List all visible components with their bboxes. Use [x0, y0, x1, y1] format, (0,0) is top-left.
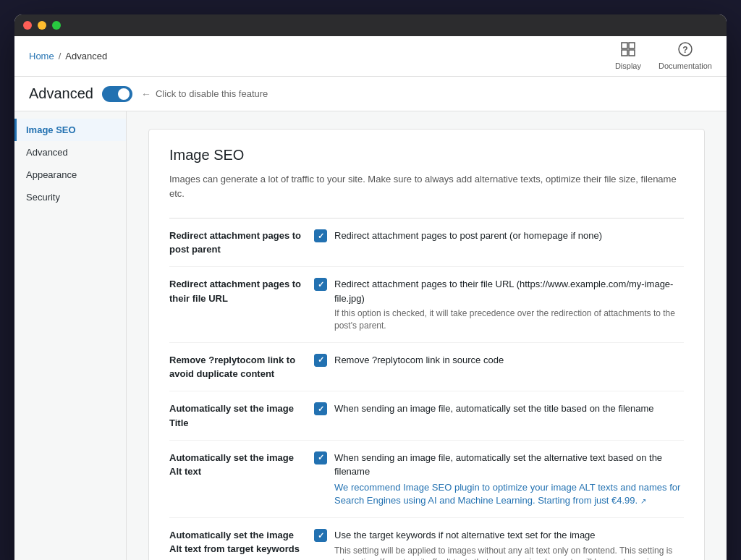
sidebar-item-security[interactable]: Security [14, 186, 126, 208]
app-window: Home / Advanced Display [14, 14, 727, 560]
setting-label: Automatically set the image Alt text [169, 452, 294, 477]
table-row: Redirect attachment pages to their file … [169, 267, 684, 343]
setting-main-text: When sending an image file, automaticall… [334, 403, 654, 414]
setting-row-content: When sending an image file, automaticall… [314, 402, 684, 416]
setting-row-content: Redirect attachment pages to post parent… [314, 229, 684, 243]
setting-sub-text: This setting will be applied to images w… [334, 545, 684, 560]
setting-main-text: When sending an image file, automaticall… [334, 452, 662, 478]
display-nav-item[interactable]: Display [615, 42, 641, 70]
settings-control-cell: When sending an image file, automaticall… [314, 391, 684, 440]
svg-rect-1 [629, 43, 635, 48]
checkbox-replytocom[interactable] [314, 354, 327, 367]
checkbox-redirect-file-url[interactable] [314, 278, 327, 291]
checkbox-auto-title[interactable] [314, 402, 327, 415]
page-header: Advanced ← Click to disable this feature [14, 77, 727, 111]
settings-label-cell: Automatically set the image Title [169, 391, 314, 440]
maximize-button[interactable] [52, 21, 61, 30]
sidebar-item-advanced[interactable]: Advanced [14, 141, 126, 164]
table-row: Automatically set the image Alt text fro… [169, 518, 684, 560]
external-link-icon: ↗ [640, 497, 646, 505]
top-nav-actions: Display ? Documentation [615, 42, 712, 70]
sidebar-item-image-seo[interactable]: Image SEO [14, 119, 126, 141]
svg-text:?: ? [682, 45, 687, 55]
setting-main-text: Use the target keywords if not alternati… [334, 530, 596, 540]
content-title: Image SEO [169, 147, 684, 164]
sidebar-item-appearance[interactable]: Appearance [14, 164, 126, 186]
sidebar: Image SEO Advanced Appearance Security [14, 111, 127, 560]
setting-text-block: Remove ?replytocom link in source code [334, 353, 684, 368]
settings-control-cell: Redirect attachment pages to their file … [314, 267, 684, 343]
feature-toggle[interactable] [102, 86, 132, 102]
setting-text-block: Use the target keywords if not alternati… [334, 528, 684, 560]
checkbox-redirect-attachment[interactable] [314, 229, 327, 242]
settings-control-cell: Redirect attachment pages to post parent… [314, 219, 684, 267]
setting-text-block: When sending an image file, automaticall… [334, 402, 684, 416]
breadcrumb-current: Advanced [65, 51, 107, 61]
display-icon [621, 42, 635, 60]
table-row: Automatically set the image Alt text Whe… [169, 440, 684, 517]
setting-row-content: Use the target keywords if not alternati… [314, 528, 684, 560]
setting-text-block: Redirect attachment pages to post parent… [334, 229, 684, 243]
setting-text-block: Redirect attachment pages to their file … [334, 277, 684, 332]
svg-rect-2 [622, 50, 627, 56]
settings-control-cell: When sending an image file, automaticall… [314, 440, 684, 517]
app-container: Home / Advanced Display [14, 36, 727, 560]
documentation-nav-item[interactable]: ? Documentation [659, 42, 712, 70]
breadcrumb: Home / Advanced [29, 51, 107, 61]
setting-main-text: Remove ?replytocom link in source code [334, 355, 504, 365]
svg-rect-3 [629, 50, 635, 56]
minimize-button[interactable] [38, 21, 46, 30]
setting-row-content: Redirect attachment pages to their file … [314, 277, 684, 332]
table-row: Redirect attachment pages to post parent… [169, 219, 684, 267]
content-area: Image SEO Images can generate a lot of t… [127, 111, 727, 560]
main-layout: Image SEO Advanced Appearance Security I… [14, 111, 727, 560]
setting-label: Remove ?replytocom link to avoid duplica… [169, 355, 295, 379]
setting-label: Automatically set the image Title [169, 403, 294, 428]
display-label: Display [615, 61, 641, 70]
checkbox-auto-alt-keywords[interactable] [314, 529, 327, 542]
setting-sub-text: We recommend Image SEO plugin to optimiz… [334, 481, 684, 507]
setting-text-block: When sending an image file, automaticall… [334, 451, 684, 507]
toggle-hint-arrow: ← [141, 88, 151, 100]
top-nav: Home / Advanced Display [14, 36, 727, 77]
settings-control-cell: Remove ?replytocom link in source code [314, 342, 684, 391]
page-title: Advanced [29, 85, 93, 102]
settings-label-cell: Redirect attachment pages to post parent [169, 219, 314, 267]
setting-label: Redirect attachment pages to their file … [169, 279, 301, 303]
documentation-icon: ? [678, 42, 693, 60]
setting-main-text: Redirect attachment pages to their file … [334, 279, 673, 304]
content-card: Image SEO Images can generate a lot of t… [148, 129, 705, 560]
setting-label: Redirect attachment pages to post parent [169, 230, 301, 255]
checkbox-auto-alt[interactable] [314, 451, 327, 464]
breadcrumb-separator: / [59, 51, 62, 61]
settings-label-cell: Remove ?replytocom link to avoid duplica… [169, 342, 314, 391]
settings-table: Redirect attachment pages to post parent… [169, 218, 684, 560]
settings-control-cell: Use the target keywords if not alternati… [314, 518, 684, 560]
toggle-slider [102, 86, 132, 102]
settings-label-cell: Redirect attachment pages to their file … [169, 267, 314, 343]
table-row: Automatically set the image Title When s… [169, 391, 684, 440]
titlebar [14, 14, 727, 36]
svg-rect-0 [622, 43, 627, 48]
documentation-label: Documentation [659, 61, 712, 70]
content-description: Images can generate a lot of traffic to … [169, 172, 684, 200]
setting-row-content: Remove ?replytocom link in source code [314, 353, 684, 368]
close-button[interactable] [23, 21, 32, 30]
table-row: Remove ?replytocom link to avoid duplica… [169, 342, 684, 391]
toggle-hint-text: Click to disable this feature [156, 88, 268, 99]
setting-label: Automatically set the image Alt text fro… [169, 530, 300, 554]
image-seo-plugin-link[interactable]: We recommend Image SEO plugin to optimiz… [334, 482, 680, 506]
setting-main-text: Redirect attachment pages to post parent… [334, 230, 602, 241]
setting-sub-text: If this option is checked, it will take … [334, 307, 684, 332]
breadcrumb-home[interactable]: Home [29, 51, 54, 61]
settings-label-cell: Automatically set the image Alt text [169, 440, 314, 517]
toggle-hint: ← Click to disable this feature [141, 88, 268, 100]
setting-row-content: When sending an image file, automaticall… [314, 451, 684, 507]
settings-label-cell: Automatically set the image Alt text fro… [169, 518, 314, 560]
